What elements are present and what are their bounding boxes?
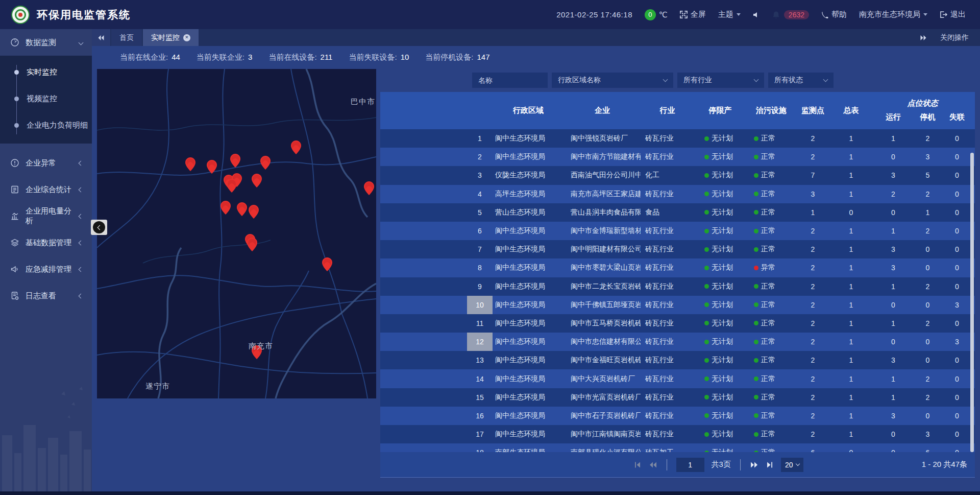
map-pin[interactable]: [230, 154, 240, 168]
chevron-left-icon: [79, 267, 84, 272]
map-pin[interactable]: [260, 156, 271, 170]
cell-facility: 正常: [746, 282, 796, 291]
map-pin[interactable]: [249, 205, 259, 219]
table-row[interactable]: 5 营山生态环境局 营山县润丰肉食品有限 食品 无计划 正常 1 0 0 1 0: [380, 203, 975, 222]
sidebar-item-log-view[interactable]: 日志查看: [0, 282, 92, 309]
table-row[interactable]: 9 阆中生态环境局 阆中市二龙长宝页岩砖 砖瓦行业 无计划 正常 2 1 1 2…: [380, 277, 975, 296]
bullet-dot-icon: [14, 97, 19, 101]
sidebar-item-video-monitoring[interactable]: 视频监控: [0, 85, 92, 112]
map-city-label: 南充市: [249, 341, 273, 351]
sidebar-item-realtime-monitoring[interactable]: 实时监控: [0, 59, 92, 85]
first-page-button[interactable]: [633, 461, 642, 468]
col-run: 运行: [873, 109, 914, 129]
prev-page-button[interactable]: [649, 461, 657, 468]
map-pin[interactable]: [227, 179, 237, 193]
cell-industry: 砖瓦行业: [641, 411, 694, 420]
table-row[interactable]: 16 阆中生态环境局 阆中市石子页岩机砖厂 砖瓦行业 无计划 正常 2 1 3 …: [380, 407, 975, 425]
map-pin[interactable]: [247, 238, 257, 251]
sidebar-item-power-analysis[interactable]: 企业用电量分析: [0, 203, 92, 229]
table-row[interactable]: 8 阆中生态环境局 阆中市枣碧大梁山页岩 砖瓦行业 无计划 异常 2 1 3 0…: [380, 258, 975, 277]
map-pin[interactable]: [185, 157, 195, 171]
sidebar-collapse-button[interactable]: [91, 220, 107, 235]
page-size-select[interactable]: 20: [781, 458, 804, 472]
theme-dropdown[interactable]: 主题: [718, 10, 741, 19]
table-row[interactable]: 3 仪陇生态环境局 西南油气田分公司川中 化工 无计划 正常 7 1 3 5 0: [380, 166, 975, 184]
cell-lost: 0: [942, 412, 972, 420]
status-dot-icon: [704, 376, 709, 381]
map-pin[interactable]: [220, 201, 231, 215]
double-chevron-right-icon[interactable]: [920, 35, 927, 41]
cell-points: 2: [796, 134, 829, 143]
table-row[interactable]: 13 阆中生态环境局 阆中市金福旺页岩机砖 砖瓦行业 无计划 正常 2 1 3 …: [380, 351, 975, 369]
map-pin[interactable]: [252, 174, 262, 187]
cell-run: 1: [873, 134, 914, 143]
map[interactable]: 巴中市南充市遂宁市: [97, 69, 376, 398]
table-row[interactable]: 6 阆中生态环境局 阆中市金博瑞新型墙材 砖瓦行业 无计划 正常 2 1 1 2…: [380, 222, 975, 240]
stat-stopped-devices: 当前停机设备:147: [425, 53, 489, 62]
table-row[interactable]: 4 高坪生态环境局 南充市高坪区王家店建 砖瓦行业 无计划 正常 3 1 2 2…: [380, 185, 975, 203]
last-page-icon: [766, 461, 774, 468]
cell-lost: 0: [942, 264, 972, 272]
logout-button[interactable]: 退出: [940, 10, 966, 19]
cell-stop: 2: [914, 227, 942, 235]
industry-filter-select[interactable]: 所有行业: [677, 73, 764, 88]
stat-offline-devices: 当前失联设备:10: [349, 53, 409, 62]
table-row[interactable]: 17 阆中生态环境局 阆中市江南镇阆南页岩 砖瓦行业 无计划 正常 2 1 0 …: [380, 425, 975, 443]
cell-run: 0: [873, 338, 914, 346]
cell-region: 高坪生态环境局: [493, 190, 564, 199]
temperature-unit: ℃: [659, 10, 668, 19]
tab-home[interactable]: 首页: [111, 29, 142, 46]
table-row[interactable]: 2 阆中生态环境局 阆中市南方节能建材有 砖瓦行业 无计划 正常 2 1 0 3…: [380, 148, 975, 166]
cell-facility: 正常: [746, 134, 796, 143]
cell-industry: 化工: [641, 171, 694, 180]
enterprise-panel: 行政区域名称 所有行业 所有状态: [380, 69, 975, 478]
col-meter: 总表: [829, 92, 873, 129]
cell-company: 南部县砚化小河有限公: [564, 448, 641, 452]
name-filter-input[interactable]: [472, 73, 548, 88]
sidebar-item-base-data[interactable]: 基础数据管理: [0, 229, 92, 256]
sidebar-item-data-monitoring[interactable]: 数据监测: [0, 29, 92, 56]
sidebar-item-power-load-detail[interactable]: 企业电力负荷明细: [0, 112, 92, 138]
cell-stop: 1: [914, 208, 942, 217]
last-page-button[interactable]: [766, 461, 774, 468]
cell-industry: 砖瓦行业: [641, 245, 694, 254]
temperature-badge: 0: [645, 9, 656, 20]
notifications-button[interactable]: 2632: [772, 10, 809, 19]
map-pin[interactable]: [237, 202, 247, 216]
cell-region: 仪陇生态环境局: [493, 171, 564, 180]
table-row[interactable]: 12 阆中生态环境局 阆中市忠信建材有限公 砖瓦行业 无计划 正常 2 1 0 …: [380, 333, 975, 351]
sidebar-item-enterprise-statistics[interactable]: 企业综合统计: [0, 176, 92, 203]
temperature-display: 0 ℃: [645, 9, 668, 20]
tab-realtime-monitoring[interactable]: 实时监控 ✕: [143, 29, 199, 46]
table-row[interactable]: 1 阆中生态环境局 阆中强锐页岩砖厂 砖瓦行业 无计划 正常 2 1 1 2 0: [380, 129, 975, 148]
help-button[interactable]: 帮助: [821, 10, 847, 19]
sidebar-item-enterprise-abnormal[interactable]: 企业异常: [0, 150, 92, 176]
fullscreen-button[interactable]: 全屏: [680, 10, 706, 19]
table-row[interactable]: 7 阆中生态环境局 阆中明阳建材有限公司 砖瓦行业 无计划 正常 2 1 3 0…: [380, 240, 975, 258]
table-row[interactable]: 10 阆中生态环境局 阆中千佛镇五郎垭页岩 砖瓦行业 无计划 正常 2 1 0 …: [380, 296, 975, 314]
map-pin[interactable]: [364, 181, 374, 195]
close-operations-button[interactable]: 关闭操作: [940, 33, 969, 42]
table-row[interactable]: 15 阆中生态环境局 阆中市光富页岩机砖厂 砖瓦行业 无计划 正常 2 1 1 …: [380, 388, 975, 407]
table-row[interactable]: 14 阆中生态环境局 阆中大兴页岩机砖厂 砖瓦行业 无计划 正常 2 1 1 2…: [380, 369, 975, 388]
map-pin[interactable]: [207, 160, 217, 174]
map-pin[interactable]: [291, 140, 301, 154]
table-scrollbar[interactable]: [970, 153, 974, 452]
table-row[interactable]: 18 南部生态环境局 南部县砚化小河有限公 砖瓦加工 无计划 正常 6 0 0 …: [380, 443, 975, 452]
page-number-input[interactable]: [676, 458, 704, 472]
map-pin[interactable]: [322, 257, 332, 271]
cell-company: 阆中市南方节能建材有: [564, 152, 641, 161]
user-menu[interactable]: 南充市生态环境局: [859, 10, 927, 19]
region-filter-select[interactable]: 行政区域名称: [552, 73, 673, 88]
sidebar-item-emergency-reduction[interactable]: 应急减排管理: [0, 256, 92, 282]
close-tab-icon[interactable]: ✕: [183, 34, 190, 41]
scroll-tabs-left-button[interactable]: [92, 29, 110, 46]
mute-button[interactable]: [753, 11, 760, 18]
status-filter-select[interactable]: 所有状态: [768, 73, 834, 88]
status-dot-icon: [754, 340, 758, 344]
table-row[interactable]: 11 阆中生态环境局 阆中市五马桥页岩机砖 砖瓦行业 无计划 正常 2 1 1 …: [380, 314, 975, 333]
cell-run: 1: [873, 282, 914, 291]
status-dot-icon: [754, 284, 758, 289]
cell-industry: 砖瓦行业: [641, 226, 694, 235]
next-page-button[interactable]: [750, 461, 758, 468]
